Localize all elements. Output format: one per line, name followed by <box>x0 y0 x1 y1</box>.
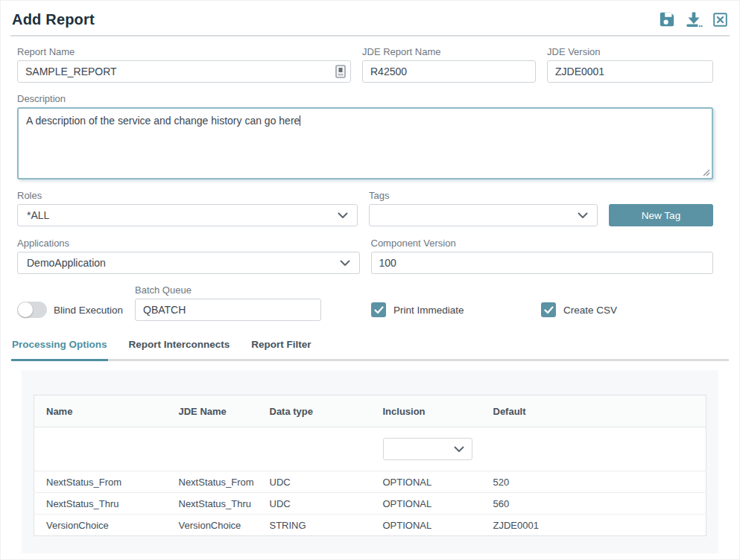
cell-name: NextStatus_Thru <box>34 493 167 515</box>
chevron-down-icon <box>454 446 464 453</box>
description-label: Description <box>17 93 713 104</box>
jde-report-name-field: JDE Report Name <box>362 46 536 83</box>
batch-queue-input[interactable] <box>135 299 321 321</box>
page-title: Add Report <box>12 11 95 28</box>
text-caret <box>300 115 300 126</box>
table-row[interactable]: NextStatus_Thru NextStatus_Thru UDC OPTI… <box>34 493 706 515</box>
print-immediate-group: Print Immediate <box>371 302 541 317</box>
blind-execution-toggle[interactable] <box>17 302 47 318</box>
col-header-default: Default <box>481 395 706 427</box>
component-version-label: Component Version <box>371 238 714 249</box>
cell-default: 520 <box>481 471 706 493</box>
applications-select[interactable]: DemoApplication <box>17 252 360 274</box>
chevron-down-icon <box>578 212 588 219</box>
jde-report-name-label: JDE Report Name <box>362 46 536 57</box>
create-csv-checkbox[interactable] <box>541 302 556 317</box>
tab-report-filter[interactable]: Report Filter <box>250 339 312 359</box>
cell-default: ZJDE0001 <box>481 515 706 536</box>
roles-select[interactable]: *ALL <box>17 204 358 226</box>
cell-default: 560 <box>481 493 706 515</box>
table-filter-row <box>34 427 706 471</box>
header: Add Report <box>12 10 728 28</box>
header-divider <box>10 35 730 36</box>
tab-report-interconnects[interactable]: Report Interconnects <box>128 339 231 359</box>
row-applications: Applications DemoApplication Component V… <box>17 238 713 274</box>
check-icon <box>374 306 384 314</box>
tags-label: Tags <box>369 190 598 201</box>
jde-report-name-input[interactable] <box>362 60 536 83</box>
cell-data-type: UDC <box>258 471 371 493</box>
cell-jde-name: NextStatus_From <box>167 471 258 493</box>
cell-inclusion: OPTIONAL <box>371 471 481 493</box>
cell-inclusion: OPTIONAL <box>371 515 481 536</box>
cell-name: NextStatus_From <box>34 471 167 493</box>
cell-name: VersionChoice <box>34 515 167 536</box>
row-roles-tags: Roles *ALL Tags New Tag <box>17 190 713 226</box>
resize-handle-icon[interactable] <box>703 169 710 176</box>
description-text: A description of the service and change … <box>26 115 300 127</box>
add-report-page: Add Report <box>0 0 740 560</box>
header-actions <box>659 10 728 28</box>
processing-options-table: Name JDE Name Data type Inclusion Defaul… <box>34 395 706 536</box>
col-header-inclusion: Inclusion <box>371 395 481 427</box>
cell-inclusion: OPTIONAL <box>371 493 481 515</box>
applications-label: Applications <box>17 238 360 249</box>
roles-label: Roles <box>17 190 358 201</box>
row-execution-options: Blind Execution Batch Queue Print Immedi… <box>17 284 713 321</box>
batch-queue-label: Batch Queue <box>135 284 321 296</box>
description-textarea[interactable]: A description of the service and change … <box>17 107 713 179</box>
cell-jde-name: NextStatus_Thru <box>167 493 258 515</box>
blind-execution-label: Blind Execution <box>54 305 123 316</box>
jde-version-field: JDE Version <box>547 46 713 83</box>
print-immediate-label: Print Immediate <box>393 305 464 316</box>
blind-execution-group: Blind Execution <box>17 302 135 318</box>
table-row[interactable]: VersionChoice VersionChoice STRING OPTIO… <box>34 515 706 536</box>
report-name-field: Report Name <box>17 46 351 83</box>
tags-select[interactable] <box>369 204 598 226</box>
tab-bar: Processing Options Report Interconnects … <box>11 339 729 361</box>
description-field: Description A description of the service… <box>17 93 713 179</box>
report-form: Report Name JDE Report Name <box>17 46 713 321</box>
cell-data-type: UDC <box>258 493 371 515</box>
download-icon[interactable] <box>685 10 703 28</box>
print-immediate-checkbox[interactable] <box>371 302 386 317</box>
report-name-input[interactable] <box>17 60 351 83</box>
batch-queue-field: Batch Queue <box>135 284 321 321</box>
col-header-data-type: Data type <box>258 395 371 427</box>
table-row[interactable]: NextStatus_From NextStatus_From UDC OPTI… <box>34 471 706 493</box>
applications-field: Applications DemoApplication <box>17 238 360 274</box>
cell-jde-name: VersionChoice <box>167 515 258 536</box>
table-header-row: Name JDE Name Data type Inclusion Defaul… <box>34 395 706 427</box>
cell-data-type: STRING <box>258 515 371 536</box>
inclusion-filter-select[interactable] <box>383 438 472 460</box>
autofill-icon[interactable] <box>335 65 346 78</box>
toggle-knob <box>18 302 33 317</box>
tab-processing-options[interactable]: Processing Options <box>11 339 108 361</box>
tags-field: Tags <box>369 190 598 226</box>
col-header-jde-name: JDE Name <box>167 395 258 427</box>
roles-field: Roles *ALL <box>17 190 358 226</box>
create-csv-label: Create CSV <box>563 305 617 316</box>
col-header-name: Name <box>34 395 167 427</box>
roles-select-value: *ALL <box>27 209 49 221</box>
save-icon[interactable] <box>659 11 675 28</box>
row-names: Report Name JDE Report Name <box>17 46 713 83</box>
close-icon[interactable] <box>712 12 728 28</box>
report-name-label: Report Name <box>17 46 351 57</box>
create-csv-group: Create CSV <box>541 302 617 317</box>
jde-version-label: JDE Version <box>547 46 713 57</box>
check-icon <box>544 306 554 314</box>
new-tag-button[interactable]: New Tag <box>609 204 713 226</box>
chevron-down-icon <box>340 260 350 267</box>
processing-options-panel: Name JDE Name Data type Inclusion Defaul… <box>22 370 718 553</box>
component-version-field: Component Version <box>371 238 714 274</box>
chevron-down-icon <box>338 212 348 219</box>
component-version-input[interactable] <box>371 252 714 274</box>
jde-version-input[interactable] <box>547 60 713 83</box>
applications-select-value: DemoApplication <box>27 257 106 269</box>
